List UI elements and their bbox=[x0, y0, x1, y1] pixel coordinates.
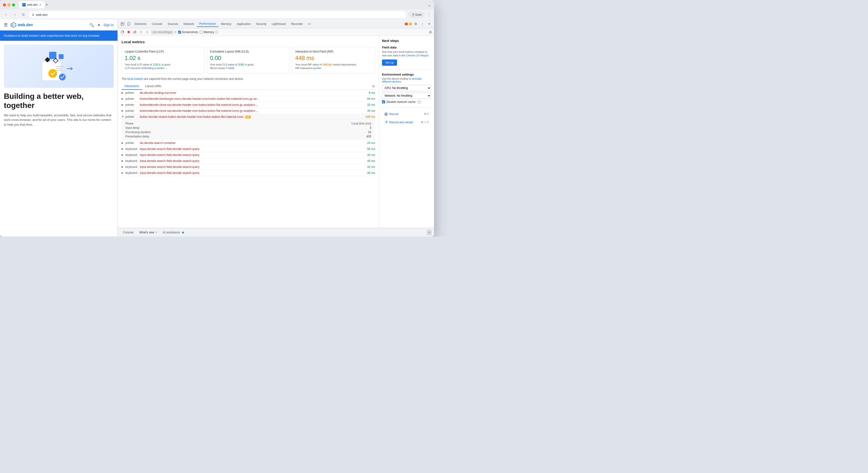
inp-interaction-link[interactable]: pointer bbox=[313, 67, 321, 69]
more-tabs-icon[interactable]: >> bbox=[306, 21, 313, 27]
download-icon[interactable]: ⇩ bbox=[145, 30, 150, 35]
ai-assistance-tab-label: AI assistance bbox=[163, 231, 180, 234]
record-button[interactable]: Record ⌘ E bbox=[382, 111, 431, 118]
address-bar[interactable]: web.dev bbox=[29, 11, 406, 18]
svg-rect-15 bbox=[56, 70, 63, 71]
tab-layout-shifts[interactable]: Layout shifts bbox=[142, 83, 164, 90]
dt-tab-lighthouse[interactable]: Lighthouse bbox=[269, 21, 288, 27]
svg-rect-8 bbox=[59, 54, 64, 59]
hamburger-icon[interactable]: ☰ bbox=[4, 22, 8, 28]
cls-shifts-link[interactable]: 3 shifts bbox=[226, 67, 235, 69]
interaction-time-4: 48 ms bbox=[363, 109, 375, 113]
inp-desc: Your local INP value of 448 ms needs imp… bbox=[295, 63, 372, 66]
env-settings-section: Environment settings Use the device tool… bbox=[382, 73, 431, 104]
interaction-row-10[interactable]: ▶ keyboard input.devsite-search-field.de… bbox=[122, 164, 375, 170]
disable-cache-row: Disable network cache ? bbox=[382, 100, 431, 104]
url-text: web.dev bbox=[36, 13, 403, 17]
reload-record-icon[interactable] bbox=[120, 30, 125, 35]
theme-icon[interactable]: ☀ bbox=[97, 23, 100, 27]
memory-checkbox[interactable] bbox=[200, 31, 203, 34]
page-subtext: We want to help you build beautiful, acc… bbox=[4, 113, 114, 127]
search-icon[interactable]: 🔍 bbox=[89, 23, 94, 27]
recording-dropdown-arrow[interactable]: ▾ bbox=[175, 31, 176, 33]
device-toolbar-icon[interactable] bbox=[126, 21, 132, 27]
sign-in-button[interactable]: Sign in bbox=[103, 23, 114, 27]
dt-tab-recorder[interactable]: Recorder bbox=[289, 21, 305, 27]
interaction-selector-7: input.devsite-search-field.devsite-searc… bbox=[140, 147, 363, 151]
interaction-row-11[interactable]: ▶ keyboard input.devsite-search-field.de… bbox=[122, 170, 375, 176]
screenshots-checkbox[interactable] bbox=[178, 31, 181, 34]
chrome-ux-report-link[interactable]: Chrome UX Report bbox=[406, 54, 429, 57]
console-tab-label: Console bbox=[123, 231, 133, 234]
lcp-element-link[interactable]: h3#building-a-better-... bbox=[141, 67, 167, 69]
browser-menu-button[interactable]: ⋮ bbox=[427, 12, 431, 17]
simulate-devices-link[interactable]: simulate different devices bbox=[382, 77, 422, 83]
interaction-row-5[interactable]: ▼ pointer button.devsite-search-button.d… bbox=[122, 114, 375, 120]
record-reload-button-left: Record and reload bbox=[384, 121, 413, 124]
dt-tab-security[interactable]: Security bbox=[254, 21, 269, 27]
dt-tab-elements[interactable]: Elements bbox=[132, 21, 149, 27]
bottom-tab-ai[interactable]: AI assistance bbox=[160, 230, 187, 235]
minimize-button[interactable] bbox=[7, 3, 10, 6]
interaction-row-9[interactable]: ▶ keyboard input.devsite-search-field.de… bbox=[122, 158, 375, 164]
record-reload-button[interactable]: Record and reload ⌘ ⇧ E bbox=[382, 119, 431, 126]
window-menu-button[interactable]: ⌄ bbox=[428, 2, 431, 7]
disable-cache-checkbox[interactable] bbox=[382, 100, 385, 104]
interaction-row-3[interactable]: ▶ pointer button#devsite-close-nav.devsi… bbox=[122, 102, 375, 108]
record-reload-icon bbox=[384, 121, 388, 124]
interaction-row-6[interactable]: ▶ pointer div.devsite-search-container 2… bbox=[122, 140, 375, 146]
memory-info-icon[interactable]: ⓘ bbox=[215, 30, 218, 34]
disable-cache-help-icon[interactable]: ? bbox=[417, 100, 421, 104]
bottom-tab-whats-new[interactable]: What's new ✕ bbox=[137, 230, 159, 235]
dt-settings-icon[interactable]: ⚙ bbox=[413, 21, 418, 27]
reload-button[interactable]: ↻ bbox=[20, 11, 27, 18]
maximize-button[interactable] bbox=[12, 3, 15, 6]
whats-new-close-icon[interactable]: ✕ bbox=[155, 231, 157, 234]
devtools-content: Local metrics Largest Contentful Paint (… bbox=[118, 36, 434, 228]
interaction-type-7: keyboard bbox=[125, 147, 140, 151]
dt-more-menu-icon[interactable]: ⋮ bbox=[420, 21, 425, 27]
interaction-selector-5: button.devsite-search-button.devsite-hea… bbox=[140, 115, 363, 118]
upload-icon[interactable]: ⇧ bbox=[138, 30, 144, 35]
new-tab-button[interactable]: + bbox=[45, 2, 48, 7]
dt-tab-performance[interactable]: Performance bbox=[197, 21, 218, 27]
dt-tab-network[interactable]: Network bbox=[181, 21, 196, 27]
back-button[interactable]: ← bbox=[3, 11, 9, 18]
profile-button[interactable]: Guest bbox=[408, 11, 425, 18]
interaction-row-2[interactable]: ▶ pointer button#devsite-hamburger-menu.… bbox=[122, 96, 375, 102]
record-icon[interactable] bbox=[126, 30, 131, 35]
dt-tab-application[interactable]: Application bbox=[234, 21, 253, 27]
stop-icon[interactable] bbox=[132, 30, 137, 35]
network-throttling-select[interactable]: Network: No throttling Fast 3G Slow 3G bbox=[382, 93, 431, 99]
close-tab-icon[interactable]: ✕ bbox=[39, 4, 41, 6]
refresh-interactions-icon[interactable]: ↻ bbox=[372, 84, 375, 88]
interaction-row-1[interactable]: ▶ pointer div.devsite-landing-row-inner … bbox=[122, 90, 375, 96]
interaction-row-8[interactable]: ▶ keyboard input.devsite-search-field.de… bbox=[122, 152, 375, 158]
inp-interaction-label: INP interaction pointer bbox=[295, 66, 372, 70]
processing-value: 10 bbox=[368, 130, 371, 134]
interaction-type-10: keyboard bbox=[125, 165, 140, 169]
bottom-tab-console[interactable]: Console bbox=[121, 230, 136, 235]
interaction-row-4[interactable]: ▶ pointer button#devsite-close-nav.devsi… bbox=[122, 108, 375, 114]
site-logo[interactable]: w web.dev bbox=[10, 22, 33, 28]
forward-button[interactable]: → bbox=[11, 11, 18, 18]
close-button[interactable] bbox=[3, 3, 6, 6]
devtools-sub-toolbar: ⇧ ⇩ (no recordings) ▾ Screenshots Memory… bbox=[118, 28, 434, 36]
expand-icon-1: ▶ bbox=[122, 91, 125, 94]
performance-settings-icon[interactable]: ⚙ bbox=[429, 30, 432, 34]
dt-close-icon[interactable]: ✕ bbox=[426, 21, 432, 27]
interaction-row-7[interactable]: ▶ keyboard input.devsite-search-field.de… bbox=[122, 146, 375, 152]
inspect-element-icon[interactable] bbox=[120, 21, 125, 27]
tab-interactions[interactable]: Interactions bbox=[122, 83, 142, 90]
cpu-throttling-select[interactable]: CPU: No throttling 4x slowdown 6x slowdo… bbox=[382, 85, 431, 91]
browser-tab[interactable]: web.dev ✕ bbox=[19, 1, 44, 8]
interaction-selector-11: input.devsite-search-field.devsite-searc… bbox=[140, 171, 363, 175]
close-bottom-bar-button[interactable]: ✕ bbox=[427, 230, 431, 235]
dt-tab-memory[interactable]: Memory bbox=[219, 21, 234, 27]
setup-button[interactable]: Set up bbox=[382, 59, 397, 66]
local-metrics-link[interactable]: local metrics bbox=[127, 77, 144, 81]
inp-highlight: 448 ms bbox=[322, 63, 332, 66]
expand-icon-9: ▶ bbox=[122, 159, 125, 162]
dt-tab-console[interactable]: Console bbox=[149, 21, 165, 27]
dt-tab-sources[interactable]: Sources bbox=[165, 21, 181, 27]
